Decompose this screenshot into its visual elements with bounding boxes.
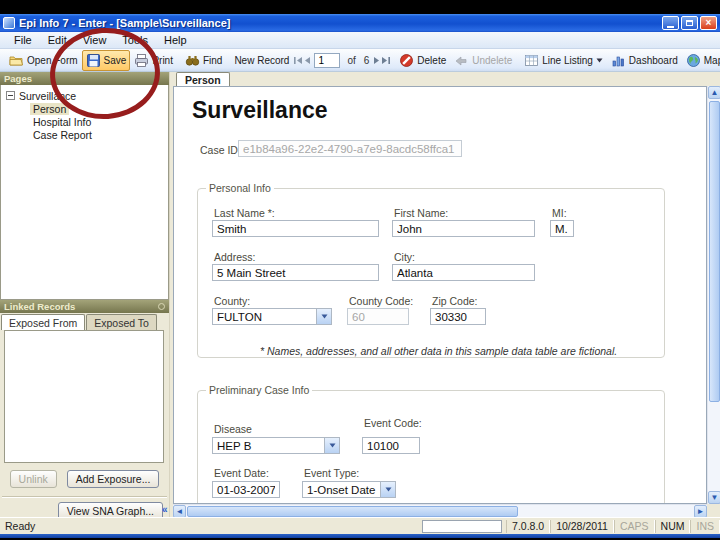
map-globe-icon: [686, 53, 701, 68]
case-id-field[interactable]: [238, 140, 462, 157]
record-number-input[interactable]: [314, 53, 340, 68]
next-record-button[interactable]: [373, 54, 381, 67]
city-field[interactable]: [392, 264, 535, 281]
screen: Epi Info 7 - Enter - [Sample\Surveillanc…: [0, 0, 720, 540]
close-button[interactable]: ×: [700, 16, 717, 30]
delete-button[interactable]: Delete: [395, 50, 450, 71]
content-area: Pages Surveillance Person Hospital Info: [0, 72, 720, 517]
scroll-up-icon: ▲: [711, 89, 719, 97]
undelete-arrow-icon: [454, 53, 469, 68]
line-listing-table-icon: [524, 53, 539, 68]
menu-edit[interactable]: Edit: [40, 33, 75, 47]
tree-node-hospital-info[interactable]: Hospital Info: [1, 115, 168, 128]
status-ins-indicator: INS: [690, 520, 720, 533]
first-name-field[interactable]: [392, 220, 535, 237]
previous-record-button[interactable]: [303, 54, 311, 67]
disease-label: Disease: [214, 423, 252, 435]
undelete-button[interactable]: Undelete: [450, 50, 516, 71]
scroll-left-icon: ◄: [176, 508, 184, 516]
tab-exposed-from[interactable]: Exposed From: [1, 314, 85, 330]
save-floppy-icon: [86, 53, 101, 68]
mi-label: MI:: [552, 207, 567, 219]
minimize-button[interactable]: [662, 16, 679, 30]
county-code-label: County Code:: [349, 295, 413, 307]
save-button[interactable]: Save: [82, 50, 131, 71]
event-type-dropdown[interactable]: 1-Onset Date: [302, 481, 396, 498]
tab-exposed-to[interactable]: Exposed To: [86, 314, 157, 330]
chevron-down-icon[interactable]: [316, 309, 331, 324]
linked-records-list[interactable]: [4, 330, 164, 463]
line-listing-dropdown-icon: [596, 58, 603, 63]
personal-info-group: Personal Info Last Name *: First Name: M…: [197, 182, 665, 358]
close-icon: ×: [706, 18, 712, 28]
scroll-right-icon: ►: [697, 508, 705, 516]
delete-icon: [399, 53, 414, 68]
app-logo-icon: [3, 17, 15, 29]
find-button[interactable]: Find: [181, 50, 226, 71]
print-button[interactable]: Print: [130, 50, 177, 71]
linked-records-header: Linked Records: [0, 300, 169, 313]
add-exposure-button[interactable]: Add Exposure...: [67, 470, 160, 488]
tree-node-person[interactable]: Person: [1, 102, 168, 115]
mi-field[interactable]: [550, 220, 574, 237]
line-listing-button[interactable]: Line Listing: [520, 50, 607, 71]
vertical-scrollbar[interactable]: ▲ ▼: [707, 86, 720, 504]
menu-help[interactable]: Help: [156, 33, 195, 47]
horizontal-scroll-thumb[interactable]: [187, 506, 518, 517]
event-code-field[interactable]: [362, 437, 420, 454]
preliminary-case-info-group: Preliminary Case Info Disease HEP B Even…: [197, 384, 665, 504]
tree-collapse-icon[interactable]: [6, 91, 15, 100]
last-record-button[interactable]: [381, 54, 391, 67]
new-record-button[interactable]: New Record: [230, 52, 293, 69]
address-field[interactable]: [212, 264, 379, 281]
chevron-down-icon[interactable]: [324, 438, 339, 453]
status-version: 7.0.8.0: [506, 520, 550, 533]
preliminary-case-info-legend: Preliminary Case Info: [206, 384, 312, 396]
vertical-scroll-thumb[interactable]: [709, 101, 720, 402]
dashboard-button[interactable]: Dashboard: [607, 50, 682, 71]
collapse-sidebar-icon[interactable]: «: [162, 504, 168, 515]
open-form-button[interactable]: Open Form: [5, 50, 82, 71]
restore-button[interactable]: [681, 16, 698, 30]
scroll-up-button[interactable]: ▲: [708, 86, 720, 99]
tab-person[interactable]: Person: [176, 72, 230, 87]
menu-tools[interactable]: Tools: [114, 33, 156, 47]
county-dropdown[interactable]: FULTON: [212, 308, 332, 325]
record-total-label: 6: [360, 55, 374, 66]
menu-file[interactable]: File: [6, 33, 40, 47]
city-label: City:: [394, 251, 415, 263]
zip-code-field[interactable]: [430, 308, 486, 325]
last-name-field[interactable]: [212, 220, 379, 237]
status-date: 10/28/2011: [550, 520, 614, 533]
last-name-label: Last Name *:: [214, 207, 275, 219]
unlink-button[interactable]: Unlink: [10, 470, 57, 488]
disease-dropdown[interactable]: HEP B: [212, 437, 340, 454]
fictional-data-note: * Names, addresses, and all other data i…: [260, 345, 617, 357]
scrollbar-corner: [707, 504, 720, 517]
event-date-label: Event Date:: [214, 467, 269, 479]
case-id-label: Case ID:: [200, 144, 241, 156]
tree-node-surveillance[interactable]: Surveillance: [1, 89, 168, 102]
chevron-down-icon[interactable]: [380, 482, 395, 497]
address-label: Address:: [214, 251, 255, 263]
status-num-indicator: NUM: [655, 520, 691, 533]
minimize-icon: [667, 26, 674, 28]
form-title: Surveillance: [192, 97, 328, 124]
pages-panel-header: Pages: [0, 72, 169, 85]
event-date-field[interactable]: [212, 481, 280, 498]
window-title: Epi Info 7 - Enter - [Sample\Surveillanc…: [19, 17, 662, 29]
map-button[interactable]: Map: [682, 50, 720, 71]
status-progress-area: [422, 520, 502, 533]
event-code-label: Event Code:: [364, 417, 422, 429]
county-code-field[interactable]: [347, 308, 409, 325]
first-record-button[interactable]: [293, 54, 303, 67]
tree-node-case-report[interactable]: Case Report: [1, 128, 168, 141]
sidebar: Pages Surveillance Person Hospital Info: [0, 72, 169, 517]
scroll-down-button[interactable]: ▼: [708, 491, 720, 504]
horizontal-scrollbar[interactable]: ◄ ►: [173, 504, 707, 517]
personal-info-legend: Personal Info: [206, 182, 274, 194]
app-window: Epi Info 7 - Enter - [Sample\Surveillanc…: [0, 14, 720, 538]
menu-view[interactable]: View: [75, 33, 115, 47]
pin-icon[interactable]: [158, 303, 165, 310]
county-label: County:: [214, 295, 250, 307]
